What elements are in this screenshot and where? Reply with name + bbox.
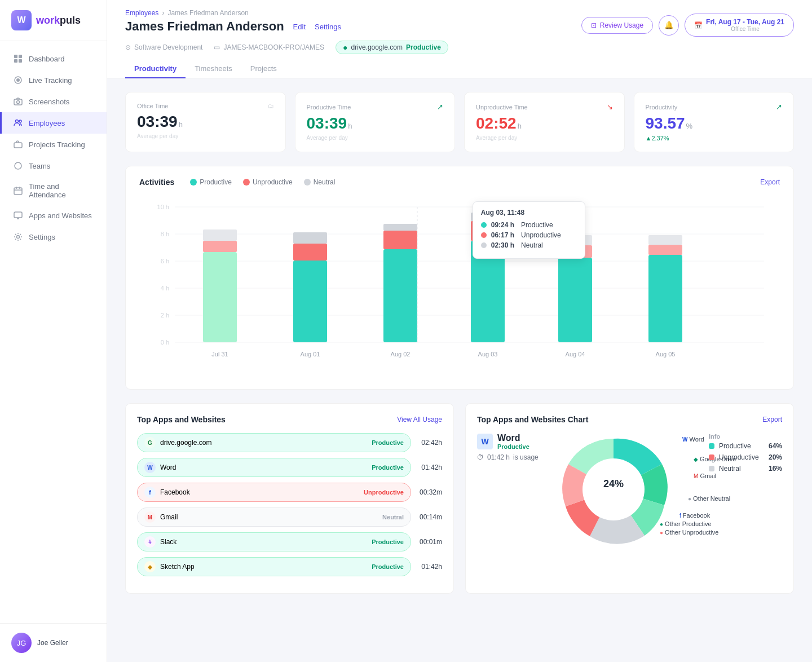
svg-text:10 h: 10 h <box>157 204 169 210</box>
svg-rect-6 <box>14 99 22 105</box>
monitor-icon <box>13 210 23 220</box>
app-badge-gmail: M Gmail Neutral <box>137 507 411 527</box>
breadcrumb-parent[interactable]: Employees <box>125 9 158 17</box>
svg-rect-31 <box>293 261 327 342</box>
apps-title: Top Apps and Websites <box>137 415 226 424</box>
settings-icon <box>13 232 23 242</box>
sidebar-item-projects[interactable]: Projects Tracking <box>0 134 107 155</box>
svg-rect-44 <box>558 258 592 342</box>
svg-point-7 <box>17 101 20 104</box>
svg-rect-28 <box>203 241 237 252</box>
selected-app-name: Word <box>497 433 529 443</box>
stat-unprod-label: Unproductive Time ↘ <box>476 103 613 111</box>
svg-text:Aug 01: Aug 01 <box>301 351 320 358</box>
sidebar-label-projects: Projects Tracking <box>29 140 85 149</box>
label-other-neutral: ● Other Neutral <box>688 495 730 502</box>
review-usage-button[interactable]: ⊡ Review Usage <box>581 17 653 34</box>
main-content: Employees › James Friedman Anderson Jame… <box>107 0 812 662</box>
label-facebook: f Facebook <box>679 512 710 519</box>
donut-header: Top Apps and Websites Chart Export <box>477 415 782 424</box>
settings-link[interactable]: Settings <box>315 23 341 31</box>
donut-export-button[interactable]: Export <box>762 416 782 423</box>
sidebar-label-time: Time and Attendance <box>29 182 95 199</box>
info-neutral: Neutral 16% <box>709 465 782 473</box>
breadcrumb-current: James Friedman Anderson <box>167 9 248 17</box>
label-other-prod: ● Other Productive <box>660 520 712 527</box>
app-time-drive: 02:42h <box>417 439 442 447</box>
sidebar-label-apps: Apps and Websites <box>29 211 92 220</box>
svg-text:Aug 04: Aug 04 <box>566 351 585 358</box>
legend-productive: Productive <box>190 178 232 186</box>
sidebar-item-time-attendance[interactable]: Time and Attendance <box>0 176 107 205</box>
svg-rect-13 <box>14 212 22 218</box>
status-badge: ● drive.google.com Productive <box>336 41 448 54</box>
info-productive: Productive 64% <box>709 442 782 450</box>
trend-down-icon: ↘ <box>607 103 613 111</box>
svg-rect-32 <box>293 244 327 261</box>
bar-chart-svg: 10 h 8 h 6 h 4 h 2 h 0 h Jul 31 Aug 01 <box>139 196 780 376</box>
sidebar-item-screenshots[interactable]: Screenshots <box>0 91 107 112</box>
date-range-button[interactable]: 📅 Fri, Aug 17 - Tue, Aug 21 Office Time <box>685 14 794 37</box>
sidebar-item-live-tracking[interactable]: Live Tracking <box>0 69 107 91</box>
app-row-slack: # Slack Productive 00:01m <box>137 532 442 551</box>
stat-productivity: Productivity ↗ 93.57% ▲2.37% <box>634 92 795 152</box>
circle-icon <box>13 161 23 171</box>
svg-text:8 h: 8 h <box>161 231 169 237</box>
legend-unproductive: Unproductive <box>243 178 293 186</box>
selected-app-icon: W <box>477 434 493 449</box>
app-time-sketch: 01:42h <box>417 563 442 571</box>
page-title: James Friedman Anderson <box>125 19 284 34</box>
header-actions: ⊡ Review Usage 🔔 📅 Fri, Aug 17 - Tue, Au… <box>581 14 794 37</box>
avatar-initials: JG <box>11 633 32 653</box>
tab-timesheets[interactable]: Timesheets <box>186 60 241 78</box>
sidebar: W workpuls Dashboard Live Tracking Scree… <box>0 0 107 662</box>
sidebar-label-screenshots: Screenshots <box>29 98 69 106</box>
page-header: Employees › James Friedman Anderson Jame… <box>107 0 812 78</box>
svg-rect-10 <box>14 143 22 148</box>
svg-text:Aug 03: Aug 03 <box>478 351 498 358</box>
camera-icon <box>13 96 23 107</box>
view-all-link[interactable]: View All Usage <box>397 416 442 423</box>
edit-link[interactable]: Edit <box>293 23 306 31</box>
sidebar-item-employees[interactable]: Employees <box>0 112 107 134</box>
stat-pct-value: 93.57% <box>646 114 783 133</box>
page-content: Office Time 🗂 03:39h Average per day Pro… <box>107 78 812 607</box>
stat-unprod-value: 02:52h <box>476 114 613 133</box>
radio-icon <box>13 75 23 85</box>
notification-bell-button[interactable]: 🔔 <box>659 15 679 36</box>
tab-bar: Productivity Timesheets Projects <box>125 60 794 78</box>
app-row-drive: G drive.google.com Productive 02:42h <box>137 433 442 452</box>
app-row-word: W Word Productive 01:42h <box>137 458 442 477</box>
selected-app-info: W Word Productive ⏱ 01:42 h is usage <box>477 433 550 461</box>
sidebar-item-settings[interactable]: Settings <box>0 226 107 248</box>
tab-productivity[interactable]: Productivity <box>125 60 186 78</box>
svg-point-8 <box>16 120 19 123</box>
calendar-icon <box>13 186 23 196</box>
stat-office-label: Office Time 🗂 <box>137 103 274 109</box>
apps-header: Top Apps and Websites View All Usage <box>137 415 442 424</box>
sidebar-item-teams[interactable]: Teams <box>0 155 107 176</box>
sidebar-item-dashboard[interactable]: Dashboard <box>0 48 107 69</box>
info-title: Info <box>709 433 782 440</box>
badge-status: Productive <box>406 43 441 51</box>
svg-rect-27 <box>203 252 237 342</box>
trend-badge: ▲2.37% <box>646 135 783 142</box>
chart-export-button[interactable]: Export <box>760 178 780 186</box>
tab-projects[interactable]: Projects <box>241 60 286 78</box>
svg-rect-3 <box>19 59 22 63</box>
svg-rect-37 <box>383 224 417 231</box>
tooltip-productive: 09:24 h Productive <box>481 221 577 229</box>
bell-icon: 🔔 <box>664 21 674 29</box>
svg-point-9 <box>19 120 21 122</box>
donut-svg: 24% <box>557 433 670 546</box>
user-name: Joe Geller <box>37 639 68 647</box>
review-icon: ⊡ <box>591 21 597 29</box>
app-time-word: 01:42h <box>417 464 442 471</box>
app-badge-drive: G drive.google.com Productive <box>137 433 411 452</box>
selected-app-status: Productive <box>497 443 529 450</box>
label-other-unprod: ● Other Unproductive <box>660 529 718 536</box>
app-time-gmail: 00:14m <box>417 513 442 521</box>
stat-office-time: Office Time 🗂 03:39h Average per day <box>125 92 286 152</box>
sidebar-item-apps[interactable]: Apps and Websites <box>0 205 107 226</box>
briefcase-icon <box>13 139 23 149</box>
